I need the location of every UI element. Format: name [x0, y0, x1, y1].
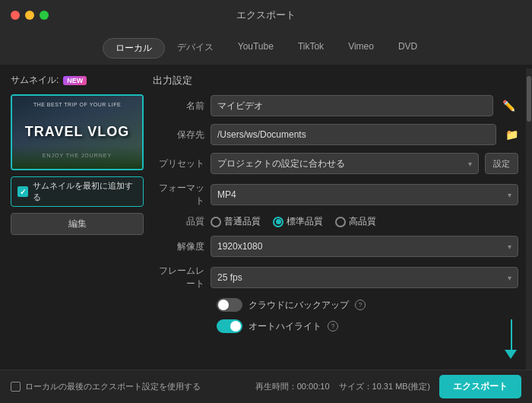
auto-highlight-toggle[interactable] — [217, 319, 242, 333]
resolution-value: 1920x1080 — [217, 241, 262, 252]
quality-radio-high[interactable] — [335, 217, 346, 227]
tab-bar: ローカル デバイス YouTube TikTok Vimeo DVD — [0, 30, 532, 65]
quality-option-high[interactable]: 高品質 — [335, 215, 376, 228]
export-button[interactable]: エクスポート — [439, 375, 521, 398]
title-bar: エクスポート — [0, 0, 532, 30]
folder-icon[interactable]: 📁 — [505, 129, 518, 141]
section-title: 出力設定 — [153, 74, 518, 87]
quality-normal-label: 普通品質 — [224, 215, 261, 228]
cloud-backup-toggle[interactable] — [217, 298, 242, 312]
cloud-backup-label: クラウドにバックアップ — [249, 299, 349, 312]
resolution-row: 解像度 1920x1080 ▾ — [153, 236, 518, 257]
tab-dvd[interactable]: DVD — [386, 38, 429, 59]
thumbnail-bg: THE BEST TRIP OF YOUR LIFE TRAVEL VLOG E… — [12, 96, 142, 169]
preset-set-button[interactable]: 設定 — [485, 153, 518, 174]
thumbnail-section-label: サムネイル: NEW — [11, 74, 144, 87]
quality-high-label: 高品質 — [349, 215, 376, 228]
new-badge: NEW — [63, 76, 87, 85]
quality-radio-normal[interactable] — [211, 217, 221, 227]
local-settings-label: ローカルの最後のエクスポート設定を使用する — [25, 381, 201, 392]
resolution-chevron-icon: ▾ — [508, 243, 511, 251]
minimize-button[interactable] — [25, 11, 34, 20]
close-button[interactable] — [11, 11, 20, 20]
thumbnail-top-text: THE BEST TRIP OF YOUR LIFE — [33, 102, 121, 107]
right-panel: 出力設定 名前 ✏️ 保存先 /Users/ws/Documents 📁 プリセ… — [153, 74, 521, 369]
quality-radio-standard-inner — [276, 219, 281, 224]
cloud-backup-knob — [218, 300, 229, 310]
tab-device[interactable]: デバイス — [165, 38, 226, 59]
scrollbar-track[interactable] — [526, 68, 532, 370]
window-controls — [11, 11, 49, 20]
tab-local[interactable]: ローカル — [103, 38, 165, 59]
tab-youtube[interactable]: YouTube — [226, 38, 286, 59]
cloud-backup-row: クラウドにバックアップ ? — [153, 298, 518, 312]
framerate-select[interactable]: 25 fps ▾ — [211, 267, 518, 288]
quality-option-standard[interactable]: 標準品質 — [273, 215, 323, 228]
resolution-label: 解像度 — [153, 240, 204, 253]
name-input[interactable] — [217, 100, 486, 111]
quality-radio-standard[interactable] — [273, 217, 283, 227]
name-input-wrapper[interactable] — [211, 95, 493, 116]
resolution-select[interactable]: 1920x1080 ▾ — [211, 236, 518, 257]
cloud-backup-help-icon[interactable]: ? — [355, 300, 366, 310]
left-panel: サムネイル: NEW THE BEST TRIP OF YOUR LIFE TR… — [11, 74, 144, 369]
tab-tiktok[interactable]: TikTok — [286, 38, 336, 59]
format-value: MP4 — [217, 189, 236, 200]
preset-select[interactable]: プロジェクトの設定に合わせる ▾ — [211, 153, 479, 174]
framerate-label: フレームレート — [153, 265, 204, 290]
edit-button[interactable]: 編集 — [11, 213, 144, 235]
preset-value: プロジェクトの設定に合わせる — [217, 157, 345, 170]
local-settings-checkbox[interactable] — [11, 382, 21, 392]
auto-highlight-label: オートハイライト — [249, 320, 321, 333]
save-path-value[interactable]: /Users/ws/Documents — [211, 124, 496, 145]
preset-chevron-icon: ▾ — [468, 160, 472, 168]
quality-row: 品質 普通品質 標準品質 高品質 — [153, 215, 518, 228]
save-path-row: 保存先 /Users/ws/Documents 📁 — [153, 124, 518, 145]
name-label: 名前 — [153, 100, 204, 113]
main-layout: サムネイル: NEW THE BEST TRIP OF YOUR LIFE TR… — [0, 65, 532, 369]
bottom-checkbox-row: ローカルの最後のエクスポート設定を使用する — [11, 381, 246, 392]
duration-info: 再生時間：00:00:10 — [255, 381, 330, 392]
size-info: サイズ：10.31 MB(推定) — [339, 381, 430, 392]
format-chevron-icon: ▾ — [508, 191, 511, 199]
preset-row: プリセット プロジェクトの設定に合わせる ▾ 設定 — [153, 153, 518, 174]
framerate-value: 25 fps — [217, 272, 242, 283]
auto-highlight-row: オートハイライト ? — [153, 319, 518, 333]
bottom-bar: ローカルの最後のエクスポート設定を使用する 再生時間：00:00:10 サイズ：… — [0, 370, 532, 403]
quality-standard-label: 標準品質 — [287, 215, 323, 228]
format-label: フォーマット — [153, 182, 204, 208]
window-title: エクスポート — [236, 8, 296, 22]
thumbnail-checkbox-label: サムネイルを最初に追加する — [33, 180, 137, 203]
name-row: 名前 ✏️ — [153, 95, 518, 116]
framerate-chevron-icon: ▾ — [508, 274, 511, 282]
thumbnail-checkbox[interactable] — [17, 186, 28, 197]
auto-highlight-knob — [230, 321, 241, 332]
quality-label: 品質 — [153, 215, 204, 228]
maximize-button[interactable] — [40, 11, 49, 20]
auto-highlight-help-icon[interactable]: ? — [328, 321, 338, 332]
preset-label: プリセット — [153, 157, 204, 170]
thumbnail-label-text: サムネイル: — [11, 74, 59, 87]
thumbnail-trees-decoration — [12, 146, 142, 169]
ai-icon-button[interactable]: ✏️ — [499, 100, 518, 112]
format-select[interactable]: MP4 ▾ — [211, 184, 518, 205]
thumbnail-preview: THE BEST TRIP OF YOUR LIFE TRAVEL VLOG E… — [11, 94, 144, 170]
save-path-label: 保存先 — [153, 129, 204, 141]
scrollbar-thumb[interactable] — [527, 76, 531, 122]
arrow-head — [505, 350, 517, 359]
format-row: フォーマット MP4 ▾ — [153, 182, 518, 208]
arrow-line — [511, 319, 512, 350]
tab-vimeo[interactable]: Vimeo — [336, 38, 386, 59]
thumbnail-main-text: TRAVEL VLOG — [25, 125, 129, 140]
arrow-indicator — [505, 319, 521, 359]
framerate-row: フレームレート 25 fps ▾ — [153, 265, 518, 290]
quality-option-normal[interactable]: 普通品質 — [211, 215, 261, 228]
quality-options: 普通品質 標準品質 高品質 — [211, 215, 376, 228]
thumbnail-checkbox-row[interactable]: サムネイルを最初に追加する — [11, 176, 144, 207]
